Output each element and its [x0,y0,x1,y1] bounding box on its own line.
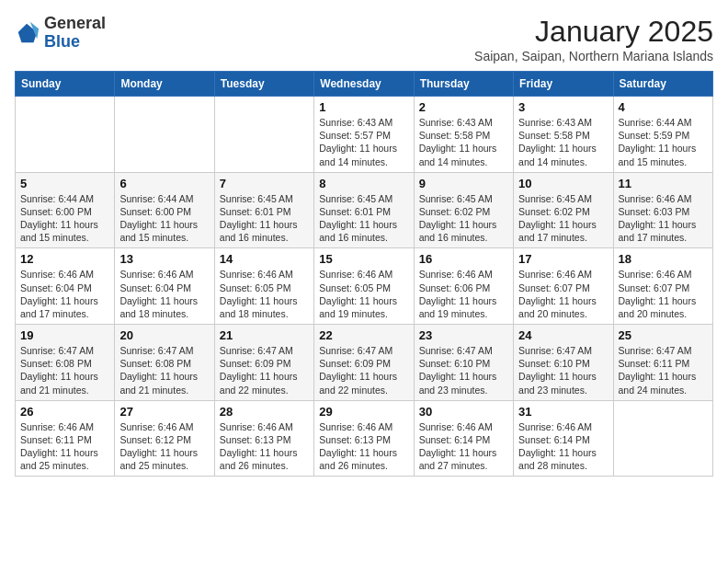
calendar-cell: 8Sunrise: 6:45 AM Sunset: 6:01 PM Daylig… [314,172,414,248]
day-number: 29 [319,405,408,419]
calendar-cell [613,400,712,477]
calendar-week-row: 12Sunrise: 6:46 AM Sunset: 6:04 PM Dayli… [16,248,713,325]
calendar-cell: 3Sunrise: 6:43 AM Sunset: 5:58 PM Daylig… [514,97,613,173]
calendar-cell: 29Sunrise: 6:46 AM Sunset: 6:13 PM Dayli… [314,400,414,477]
logo-icon [15,20,40,46]
logo-text: General Blue [44,15,106,52]
day-info: Sunrise: 6:46 AM Sunset: 6:12 PM Dayligh… [119,420,209,473]
calendar-cell: 5Sunrise: 6:44 AM Sunset: 6:00 PM Daylig… [16,172,115,248]
day-number: 20 [119,328,209,342]
day-number: 25 [619,328,708,342]
calendar-cell: 27Sunrise: 6:46 AM Sunset: 6:12 PM Dayli… [115,400,214,477]
calendar-cell: 1Sunrise: 6:43 AM Sunset: 5:57 PM Daylig… [314,97,414,173]
calendar-cell: 22Sunrise: 6:47 AM Sunset: 6:09 PM Dayli… [314,325,414,401]
day-info: Sunrise: 6:46 AM Sunset: 6:07 PM Dayligh… [518,268,608,320]
day-info: Sunrise: 6:46 AM Sunset: 6:04 PM Dayligh… [20,268,109,320]
day-number: 16 [419,252,508,266]
day-info: Sunrise: 6:47 AM Sunset: 6:11 PM Dayligh… [619,344,708,396]
day-info: Sunrise: 6:46 AM Sunset: 6:06 PM Dayligh… [419,268,508,320]
day-number: 28 [220,405,309,419]
day-info: Sunrise: 6:47 AM Sunset: 6:10 PM Dayligh… [419,344,508,396]
weekday-header: Friday [514,72,613,97]
calendar-cell: 13Sunrise: 6:46 AM Sunset: 6:04 PM Dayli… [115,248,214,325]
day-info: Sunrise: 6:45 AM Sunset: 6:02 PM Dayligh… [518,192,608,245]
day-info: Sunrise: 6:43 AM Sunset: 5:58 PM Dayligh… [419,116,508,168]
calendar-cell: 23Sunrise: 6:47 AM Sunset: 6:10 PM Dayli… [414,325,513,401]
calendar-cell: 15Sunrise: 6:46 AM Sunset: 6:05 PM Dayli… [314,248,414,325]
day-number: 8 [319,177,408,190]
day-info: Sunrise: 6:45 AM Sunset: 6:01 PM Dayligh… [220,192,309,245]
day-info: Sunrise: 6:46 AM Sunset: 6:03 PM Dayligh… [619,192,708,245]
day-number: 26 [20,405,109,419]
day-info: Sunrise: 6:46 AM Sunset: 6:13 PM Dayligh… [220,420,309,473]
weekday-header-row: SundayMondayTuesdayWednesdayThursdayFrid… [16,72,713,97]
weekday-header: Wednesday [314,72,414,97]
day-number: 1 [319,100,408,114]
day-number: 11 [619,177,708,190]
day-number: 15 [319,252,408,266]
calendar-cell: 31Sunrise: 6:46 AM Sunset: 6:14 PM Dayli… [514,400,613,477]
calendar-cell: 2Sunrise: 6:43 AM Sunset: 5:58 PM Daylig… [414,97,513,173]
calendar-cell: 19Sunrise: 6:47 AM Sunset: 6:08 PM Dayli… [16,325,115,401]
day-number: 23 [419,328,508,342]
weekday-header: Tuesday [214,72,313,97]
day-number: 24 [518,328,608,342]
day-number: 7 [220,177,309,190]
calendar-cell [16,97,115,173]
month-title: January 2025 [474,15,713,49]
day-info: Sunrise: 6:44 AM Sunset: 5:59 PM Dayligh… [619,116,708,168]
day-info: Sunrise: 6:43 AM Sunset: 5:58 PM Dayligh… [518,116,608,168]
day-number: 4 [619,100,708,114]
calendar-cell: 11Sunrise: 6:46 AM Sunset: 6:03 PM Dayli… [613,172,712,248]
calendar-cell: 17Sunrise: 6:46 AM Sunset: 6:07 PM Dayli… [514,248,613,325]
calendar-cell: 10Sunrise: 6:45 AM Sunset: 6:02 PM Dayli… [514,172,613,248]
day-number: 5 [20,177,109,190]
calendar-week-row: 19Sunrise: 6:47 AM Sunset: 6:08 PM Dayli… [16,325,713,401]
day-number: 19 [20,328,109,342]
day-info: Sunrise: 6:45 AM Sunset: 6:01 PM Dayligh… [319,192,408,245]
day-info: Sunrise: 6:44 AM Sunset: 6:00 PM Dayligh… [20,192,109,245]
day-info: Sunrise: 6:45 AM Sunset: 6:02 PM Dayligh… [419,192,508,245]
calendar-cell: 24Sunrise: 6:47 AM Sunset: 6:10 PM Dayli… [514,325,613,401]
title-block: January 2025 Saipan, Saipan, Northern Ma… [474,15,713,63]
calendar-cell: 26Sunrise: 6:46 AM Sunset: 6:11 PM Dayli… [16,400,115,477]
day-number: 31 [518,405,608,419]
day-number: 3 [518,100,608,114]
day-number: 27 [119,405,209,419]
calendar-cell: 12Sunrise: 6:46 AM Sunset: 6:04 PM Dayli… [16,248,115,325]
day-number: 18 [619,252,708,266]
day-info: Sunrise: 6:46 AM Sunset: 6:04 PM Dayligh… [119,268,209,320]
logo-general: General [44,15,106,33]
calendar-cell: 9Sunrise: 6:45 AM Sunset: 6:02 PM Daylig… [414,172,513,248]
weekday-header: Saturday [613,72,712,97]
calendar-cell: 20Sunrise: 6:47 AM Sunset: 6:08 PM Dayli… [115,325,214,401]
calendar-week-row: 5Sunrise: 6:44 AM Sunset: 6:00 PM Daylig… [16,172,713,248]
day-number: 22 [319,328,408,342]
day-info: Sunrise: 6:46 AM Sunset: 6:07 PM Dayligh… [619,268,708,320]
calendar-cell: 16Sunrise: 6:46 AM Sunset: 6:06 PM Dayli… [414,248,513,325]
day-number: 13 [119,252,209,266]
location-subtitle: Saipan, Saipan, Northern Mariana Islands [474,49,713,63]
day-info: Sunrise: 6:47 AM Sunset: 6:08 PM Dayligh… [20,344,109,396]
day-number: 9 [419,177,508,190]
day-info: Sunrise: 6:46 AM Sunset: 6:14 PM Dayligh… [419,420,508,473]
weekday-header: Sunday [16,72,115,97]
calendar-cell [214,97,313,173]
calendar-cell: 25Sunrise: 6:47 AM Sunset: 6:11 PM Dayli… [613,325,712,401]
calendar-cell: 6Sunrise: 6:44 AM Sunset: 6:00 PM Daylig… [115,172,214,248]
calendar-cell: 4Sunrise: 6:44 AM Sunset: 5:59 PM Daylig… [613,97,712,173]
calendar-cell: 7Sunrise: 6:45 AM Sunset: 6:01 PM Daylig… [214,172,313,248]
weekday-header: Monday [115,72,214,97]
day-info: Sunrise: 6:46 AM Sunset: 6:05 PM Dayligh… [220,268,309,320]
calendar-cell: 28Sunrise: 6:46 AM Sunset: 6:13 PM Dayli… [214,400,313,477]
calendar-cell: 18Sunrise: 6:46 AM Sunset: 6:07 PM Dayli… [613,248,712,325]
calendar-week-row: 26Sunrise: 6:46 AM Sunset: 6:11 PM Dayli… [16,400,713,477]
day-info: Sunrise: 6:43 AM Sunset: 5:57 PM Dayligh… [319,116,408,168]
day-info: Sunrise: 6:47 AM Sunset: 6:08 PM Dayligh… [119,344,209,396]
calendar-week-row: 1Sunrise: 6:43 AM Sunset: 5:57 PM Daylig… [16,97,713,173]
calendar-cell: 14Sunrise: 6:46 AM Sunset: 6:05 PM Dayli… [214,248,313,325]
day-number: 12 [20,252,109,266]
calendar-table: SundayMondayTuesdayWednesdayThursdayFrid… [15,71,713,477]
day-number: 2 [419,100,508,114]
day-info: Sunrise: 6:46 AM Sunset: 6:14 PM Dayligh… [518,420,608,473]
